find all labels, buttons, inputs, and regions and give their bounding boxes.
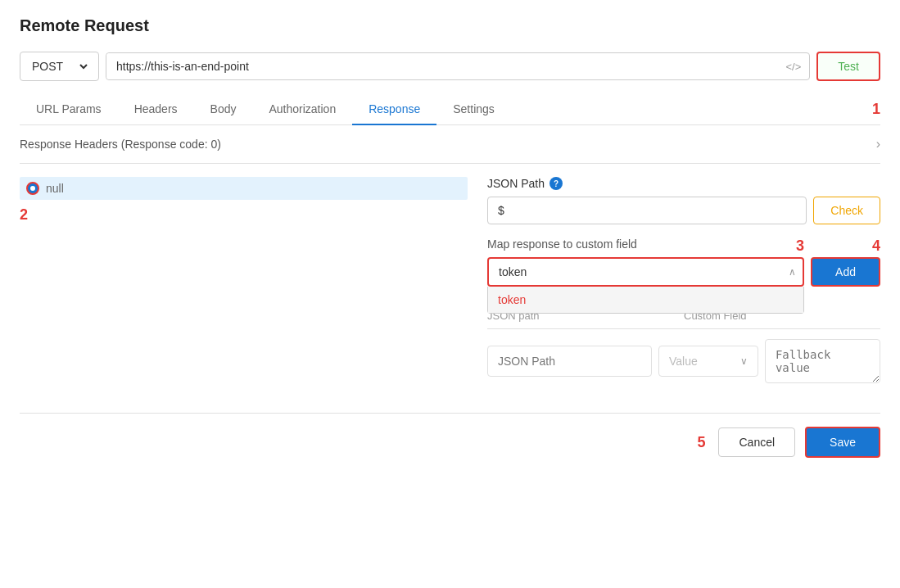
response-headers-label: Response Headers (Response code: 0) — [20, 138, 221, 151]
json-path-section: JSON Path ? — [487, 177, 880, 190]
check-button[interactable]: Check — [813, 197, 880, 224]
fallback-field[interactable] — [765, 339, 880, 383]
token-dropdown-menu: token — [487, 287, 804, 314]
save-button[interactable]: Save — [805, 427, 880, 458]
chevron-up-icon: ∧ — [789, 266, 796, 278]
json-path-input-row: Check — [487, 197, 880, 224]
test-button[interactable]: Test — [816, 52, 880, 81]
tabs-row: URL Params Headers Body Authorization Re… — [20, 94, 880, 125]
annotation-1: 1 — [872, 101, 880, 118]
annotation-3: 3 — [796, 237, 804, 255]
null-value: null — [46, 182, 64, 195]
annotation-2: 2 — [20, 206, 468, 224]
dropdown-item-token[interactable]: token — [488, 287, 803, 313]
add-button-wrapper: Add 4 — [811, 257, 880, 287]
value-chevron-icon: ∨ — [740, 355, 748, 367]
blue-dot-icon[interactable] — [26, 182, 39, 195]
tab-response[interactable]: Response — [352, 94, 436, 125]
tab-settings[interactable]: Settings — [436, 94, 511, 125]
url-bar: POST GET PUT DELETE PATCH </> Test — [20, 52, 880, 81]
tabs: URL Params Headers Body Authorization Re… — [20, 94, 511, 124]
response-headers-row[interactable]: Response Headers (Response code: 0) › — [20, 125, 880, 164]
method-select[interactable]: POST GET PUT DELETE PATCH — [20, 52, 99, 81]
value-placeholder-text: Value — [669, 355, 740, 368]
table-row: Value ∨ — [487, 329, 880, 393]
bottom-bar: 5 Cancel Save — [20, 413, 880, 458]
page-title: Remote Request — [20, 16, 880, 35]
tab-authorization[interactable]: Authorization — [252, 94, 352, 125]
url-input-wrapper: </> — [106, 52, 810, 80]
blue-dot-inner — [30, 186, 35, 191]
annotation-4: 4 — [872, 237, 880, 255]
json-path-heading: JSON Path — [487, 177, 545, 190]
token-dropdown-wrapper: ∧ token 3 — [487, 257, 804, 287]
main-content: null 2 JSON Path ? Check Map response to… — [20, 177, 880, 393]
tab-url-params[interactable]: URL Params — [20, 94, 118, 125]
code-icon: </> — [778, 61, 810, 73]
annotation-5: 5 — [697, 434, 705, 451]
method-dropdown[interactable]: POST GET PUT DELETE PATCH — [29, 59, 90, 74]
add-button[interactable]: Add — [811, 257, 880, 287]
tab-body[interactable]: Body — [194, 94, 253, 125]
chevron-right-icon: › — [876, 137, 880, 152]
value-select-wrapper[interactable]: Value ∨ — [658, 346, 758, 377]
null-row: null — [20, 177, 468, 200]
tab-headers[interactable]: Headers — [118, 94, 194, 125]
right-panel: JSON Path ? Check Map response to custom… — [487, 177, 880, 393]
cancel-button[interactable]: Cancel — [718, 427, 795, 457]
help-icon[interactable]: ? — [549, 177, 563, 190]
token-input[interactable] — [495, 259, 789, 285]
token-input-wrapper[interactable]: ∧ — [487, 257, 804, 287]
json-path-input[interactable] — [487, 197, 807, 224]
left-panel: null 2 — [20, 177, 468, 393]
map-response-label: Map response to custom field — [487, 237, 880, 251]
map-response-row: ∧ token 3 Add 4 — [487, 257, 880, 287]
json-path-field-input[interactable] — [487, 346, 652, 377]
url-input[interactable] — [106, 53, 778, 79]
